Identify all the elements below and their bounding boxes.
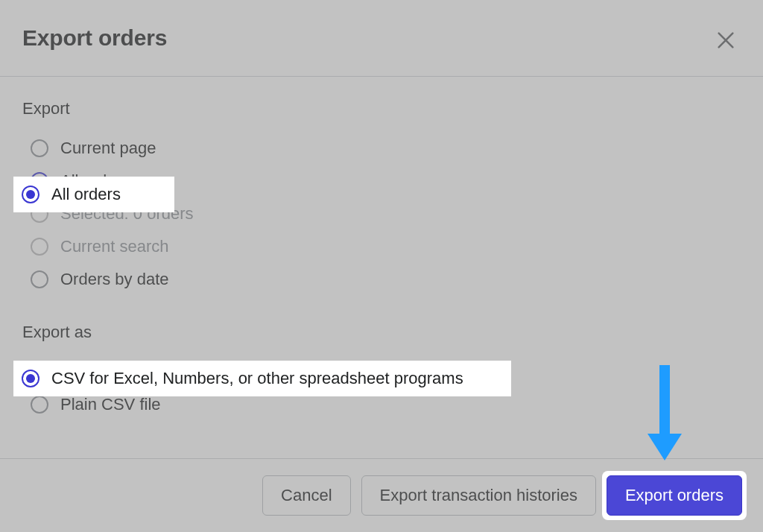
radio-icon bbox=[31, 139, 48, 157]
radio-label: All orders bbox=[51, 185, 121, 204]
modal-title: Export orders bbox=[22, 25, 167, 51]
close-button[interactable] bbox=[712, 27, 739, 54]
export-transaction-histories-button[interactable]: Export transaction histories bbox=[361, 475, 596, 516]
radio-label: Orders by date bbox=[60, 270, 169, 289]
export-section-label: Export bbox=[22, 99, 741, 118]
cancel-button[interactable]: Cancel bbox=[262, 475, 350, 516]
radio-current-search: Current search bbox=[22, 230, 741, 263]
modal-body: Export Current page All orders Selected:… bbox=[0, 77, 763, 458]
highlight-all-orders[interactable]: All orders bbox=[13, 177, 174, 212]
export-radio-group: Current page All orders Selected: 0 orde… bbox=[22, 132, 741, 296]
radio-label: Current search bbox=[60, 237, 169, 256]
radio-icon-selected bbox=[22, 370, 39, 387]
radio-current-page[interactable]: Current page bbox=[22, 132, 741, 165]
radio-icon bbox=[31, 270, 48, 288]
radio-orders-by-date[interactable]: Orders by date bbox=[22, 263, 741, 296]
radio-label: Current page bbox=[60, 139, 156, 158]
export-orders-button[interactable]: Export orders bbox=[607, 475, 742, 516]
close-icon bbox=[715, 30, 736, 51]
radio-icon-selected bbox=[22, 186, 39, 203]
highlight-csv-excel[interactable]: CSV for Excel, Numbers, or other spreads… bbox=[13, 361, 511, 396]
export-as-section-label: Export as bbox=[22, 323, 741, 342]
radio-label: Plain CSV file bbox=[60, 395, 161, 414]
modal-header: Export orders bbox=[0, 0, 763, 77]
highlight-export-orders-button: Export orders bbox=[602, 471, 747, 520]
radio-icon bbox=[31, 396, 48, 414]
radio-icon bbox=[31, 238, 48, 256]
radio-label: CSV for Excel, Numbers, or other spreads… bbox=[51, 369, 463, 388]
export-orders-modal: Export orders Export Current page All or… bbox=[0, 0, 763, 532]
